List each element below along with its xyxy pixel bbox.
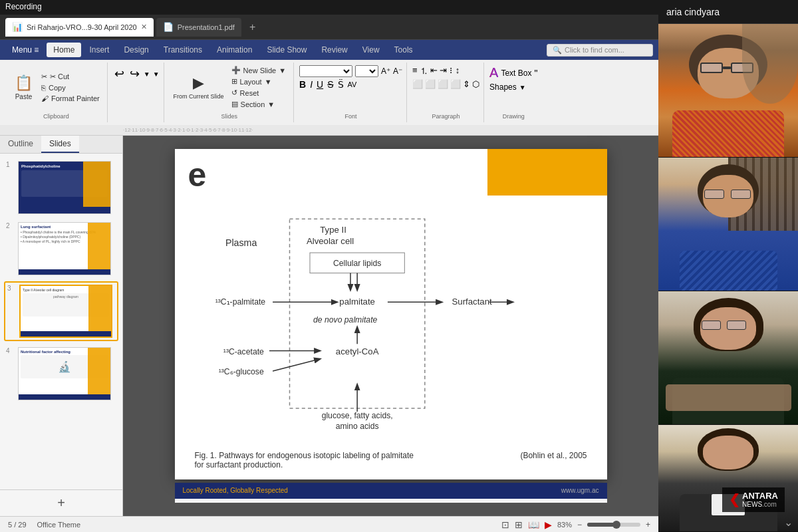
paste-button[interactable]: 📋 Paste [11,72,37,103]
video-cell-3 [658,291,798,425]
zoom-in-button[interactable]: + [646,520,650,529]
strikethrough-button[interactable]: S [327,79,333,90]
redo-button[interactable]: ↪ [128,65,141,82]
video-cell-4-content [658,425,798,531]
copy-button[interactable]: ⎘ Copy [39,83,102,92]
svg-text:Alveolar cell: Alveolar cell [306,236,353,246]
slide-title: e [188,156,207,194]
view-normal-button[interactable]: ⊡ [501,519,509,530]
align-center-button[interactable]: ⬜ [425,79,436,89]
add-slide-button[interactable]: + [57,495,65,511]
new-slide-button[interactable]: ➕ New Slide ▼ [229,65,288,75]
redo-dropdown[interactable]: ▼ [153,70,160,78]
slide-item-1[interactable]: 1 Phosphatidylcholine [4,159,118,216]
bullets-button[interactable]: ≡ [412,65,418,77]
from-current-slide-button[interactable]: ▶ From Current Slide [171,73,227,102]
decrease-indent-button[interactable]: ⇤ [430,65,438,77]
svg-text:acetyl-CoA: acetyl-CoA [335,346,378,356]
slide-body: Plasma Type II Alveolar cell Cellular li… [175,196,607,483]
video-panel: aria cindyara [658,0,798,532]
font-size-select[interactable] [355,65,378,77]
tab-presentation[interactable]: 📊 Sri Raharjo-VRO...9-30 April 2020 ✕ [5,18,154,37]
menu-button[interactable]: Menu ≡ [5,43,45,57]
smart-art-button[interactable]: ⬡ [472,79,479,89]
text-box-button[interactable]: Text Box [501,68,531,78]
align-left-button[interactable]: ⬜ [412,79,423,89]
undo-button[interactable]: ↩ [113,65,126,82]
font-shrink-button[interactable]: A⁻ [393,66,402,76]
section-icon: ▤ [231,100,238,108]
section-dropdown[interactable]: ▼ [267,100,275,108]
new-slide-dropdown[interactable]: ▼ [279,66,286,74]
slide-num-2: 2 [6,222,14,229]
scroll-down-icon: ⌄ [784,516,793,529]
ribbon-tab-transitions[interactable]: Transitions [157,43,209,57]
slide-canvas: e Plasma Type II Alveolar cell [123,136,658,516]
shapes-button[interactable]: Shapes [489,82,517,92]
justify-button[interactable]: ⬜ [450,79,461,89]
font-name-select[interactable] [299,65,352,77]
theme-label: Office Theme [37,521,81,529]
svg-text:amino acids: amino acids [335,422,378,431]
slideshow-button[interactable]: ▶ [545,519,552,530]
ribbon-tab-view[interactable]: View [356,43,386,57]
undo-dropdown[interactable]: ▼ [144,70,150,78]
reset-icon: ↺ [231,88,237,97]
drawing-group-label: Drawing [503,110,525,120]
tab-pdf[interactable]: 📄 Presentation1.pdf [156,18,241,37]
tab-presentation-close[interactable]: ✕ [141,23,147,31]
main-content: Outline Slides 1 Phosphatidylcholine [0,136,658,516]
slide-num-display: 5 / 29 [8,521,27,529]
increase-indent-button[interactable]: ⇥ [440,65,447,77]
search-box[interactable]: Click to find com... [565,46,624,54]
ribbon-tab-home[interactable]: Home [47,43,81,57]
video-name-bar: aria cindyara [658,0,798,24]
layout-button[interactable]: ⊞ Layout ▼ [229,76,288,86]
slide-num-4: 4 [6,347,14,354]
sidebar-tab-slides[interactable]: Slides [41,136,79,153]
slide-footer: Locally Rooted, Globally Respected www.u… [175,483,607,499]
ribbon-tab-tools[interactable]: Tools [388,43,420,57]
bold-button[interactable]: B [299,79,306,90]
slide-item-4[interactable]: 4 Nutritional factor affecting 🔬 [4,345,118,402]
shadow-button[interactable]: S̈ [338,79,344,90]
cut-button[interactable]: ✂ ✂ Cut [39,72,102,82]
antara-news-label: NEWS.com [742,501,778,508]
line-spacing-button[interactable]: ⇕ [463,79,470,89]
zoom-out-button[interactable]: − [577,520,582,529]
format-painter-button[interactable]: 🖌 Format Painter [39,94,102,103]
layout-dropdown[interactable]: ▼ [265,78,272,86]
ribbon-tab-slideshow[interactable]: Slide Show [260,43,313,57]
from-current-icon: ▶ [193,74,204,92]
ribbon-tab-design[interactable]: Design [117,43,155,57]
caption-line2: for surfactant production. [195,460,414,469]
sidebar-tab-outline[interactable]: Outline [0,136,41,153]
zoom-slider[interactable] [587,523,640,527]
text-box-icon: " [534,68,537,78]
ribbon-tab-animation[interactable]: Animation [210,43,259,57]
format-painter-icon: 🖌 [41,94,49,102]
ribbon-tab-review[interactable]: Review [315,43,354,57]
word-art-button[interactable]: A [489,65,498,80]
font-grow-button[interactable]: A⁺ [381,66,390,76]
slide-item-2[interactable]: 2 Lung surfactant • Phosphatidyl choline… [4,220,118,277]
char-spacing-button[interactable]: AV [348,80,357,88]
text-direction-button[interactable]: ↕ [456,65,460,77]
footer-tagline: Locally Rooted, Globally Respected [183,487,561,494]
slide-num-1: 1 [6,161,14,168]
ribbon-tab-insert[interactable]: Insert [82,43,116,57]
numbering-button[interactable]: ⒈ [420,65,428,77]
view-sorter-button[interactable]: ⊞ [515,519,523,530]
italic-button[interactable]: I [310,79,313,90]
tab-add-button[interactable]: + [244,21,261,33]
underline-button[interactable]: U [317,79,323,90]
participant-name: aria cindyara [666,7,720,17]
reset-button[interactable]: ↺ Reset [229,88,288,98]
slide-item-3[interactable]: 3 Type II Alveolar cell diagram pathway … [4,281,118,341]
align-right-button[interactable]: ⬜ [438,79,448,89]
section-button[interactable]: ▤ Section ▼ [229,99,288,109]
shapes-dropdown[interactable]: ▼ [519,84,526,91]
view-reading-button[interactable]: 📖 [528,519,539,530]
slide-num-3: 3 [7,285,15,292]
columns-button[interactable]: ⫶ [449,65,454,77]
